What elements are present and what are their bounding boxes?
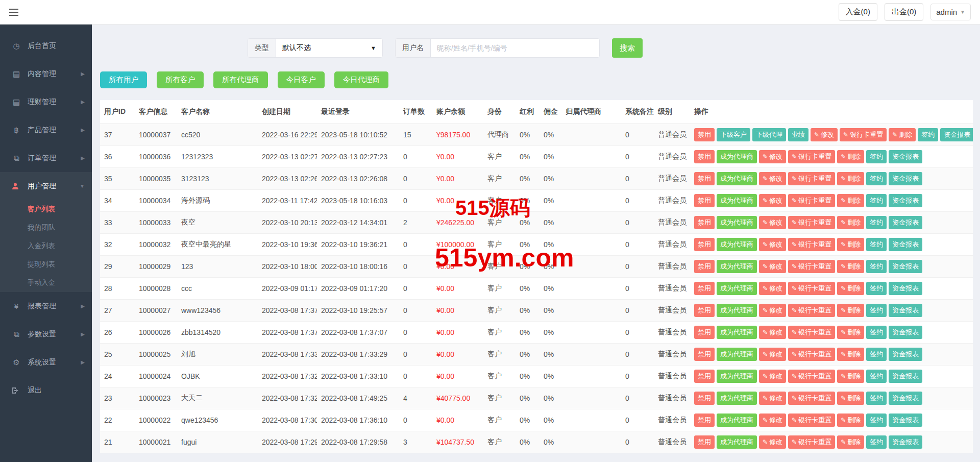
disable-button[interactable]: 禁用 xyxy=(694,128,715,141)
disable-button[interactable]: 禁用 xyxy=(694,260,715,273)
sign-button[interactable]: 签约 xyxy=(866,348,887,361)
funds-report-button[interactable]: 资金报表 xyxy=(889,326,922,339)
edit-button[interactable]: ✎修改 xyxy=(759,348,786,361)
bankcard-reset-button[interactable]: ✎银行卡重置 xyxy=(788,392,835,405)
bankcard-reset-button[interactable]: ✎银行卡重置 xyxy=(788,414,835,427)
disable-button[interactable]: 禁用 xyxy=(694,194,715,207)
delete-button[interactable]: ✎删除 xyxy=(837,435,864,449)
bankcard-reset-button[interactable]: ✎银行卡重置 xyxy=(788,150,835,163)
bankcard-reset-button[interactable]: ✎银行卡重置 xyxy=(788,282,835,295)
quick-filter-button-4[interactable]: 今日代理商 xyxy=(334,71,389,88)
bankcard-reset-button[interactable]: ✎银行卡重置 xyxy=(788,216,835,229)
edit-button[interactable]: ✎修改 xyxy=(759,172,786,185)
bankcard-reset-button[interactable]: ✎银行卡重置 xyxy=(788,370,835,383)
funds-report-button[interactable]: 资金报表 xyxy=(889,282,922,295)
delete-button[interactable]: ✎删除 xyxy=(837,194,864,207)
become-agent-button[interactable]: 成为代理商 xyxy=(717,260,757,273)
disable-button[interactable]: 禁用 xyxy=(694,348,715,361)
sidebar-item-withdraw-list[interactable]: 提现列表 xyxy=(0,255,92,274)
bankcard-reset-button[interactable]: ✎银行卡重置 xyxy=(788,348,835,361)
sidebar-item-content[interactable]: ▤ 内容管理 ▶ xyxy=(0,60,92,88)
delete-button[interactable]: ✎删除 xyxy=(889,128,916,141)
username-input[interactable] xyxy=(431,39,599,57)
become-agent-button[interactable]: 成为代理商 xyxy=(717,282,757,295)
become-agent-button[interactable]: 成为代理商 xyxy=(717,348,757,361)
sidebar-item-system-settings[interactable]: ⚙ 系统设置 ▶ xyxy=(0,348,92,376)
sign-button[interactable]: 签约 xyxy=(866,370,887,383)
quick-filter-button-2[interactable]: 所有代理商 xyxy=(213,71,268,88)
sidebar-item-products[interactable]: ฿ 产品管理 ▶ xyxy=(0,116,92,144)
bankcard-reset-button[interactable]: ✎银行卡重置 xyxy=(788,172,835,185)
quick-filter-button-3[interactable]: 今日客户 xyxy=(278,71,325,88)
type-select[interactable]: 默认不选 ▼ xyxy=(276,39,382,57)
admin-dropdown[interactable]: admin ▼ xyxy=(930,4,971,20)
hamburger-menu-icon[interactable] xyxy=(9,6,22,19)
sign-button[interactable]: 签约 xyxy=(866,326,887,339)
edit-button[interactable]: ✎修改 xyxy=(759,392,786,405)
delete-button[interactable]: ✎删除 xyxy=(837,414,864,427)
become-agent-button[interactable]: 成为代理商 xyxy=(717,194,757,207)
disable-button[interactable]: 禁用 xyxy=(694,150,715,163)
disable-button[interactable]: 禁用 xyxy=(694,238,715,251)
funds-report-button[interactable]: 资金报表 xyxy=(889,260,922,273)
edit-button[interactable]: ✎修改 xyxy=(811,128,838,141)
delete-button[interactable]: ✎删除 xyxy=(837,392,864,405)
edit-button[interactable]: ✎修改 xyxy=(759,216,786,229)
sign-button[interactable]: 签约 xyxy=(866,238,887,251)
become-agent-button[interactable]: 成为代理商 xyxy=(717,435,757,449)
delete-button[interactable]: ✎删除 xyxy=(837,216,864,229)
bankcard-reset-button[interactable]: ✎银行卡重置 xyxy=(788,260,835,273)
sign-button[interactable]: 签约 xyxy=(866,304,887,317)
sidebar-item-parameters[interactable]: ⧉ 参数设置 ▶ xyxy=(0,320,92,348)
become-agent-button[interactable]: 成为代理商 xyxy=(717,216,757,229)
funds-report-button[interactable]: 资金报表 xyxy=(889,392,922,405)
funds-report-button[interactable]: 资金报表 xyxy=(889,435,922,449)
quick-filter-button-1[interactable]: 所有客户 xyxy=(157,71,204,88)
sign-button[interactable]: 签约 xyxy=(866,172,887,185)
become-agent-button[interactable]: 成为代理商 xyxy=(717,172,757,185)
sign-button[interactable]: 签约 xyxy=(866,150,887,163)
sign-button[interactable]: 签约 xyxy=(866,194,887,207)
funds-report-button[interactable]: 资金报表 xyxy=(889,348,922,361)
bankcard-reset-button[interactable]: ✎银行卡重置 xyxy=(788,238,835,251)
sign-button[interactable]: 签约 xyxy=(866,260,887,273)
become-agent-button[interactable]: 成为代理商 xyxy=(717,238,757,251)
become-agent-button[interactable]: 成为代理商 xyxy=(717,414,757,427)
sidebar-item-deposit-list[interactable]: 入金列表 xyxy=(0,237,92,255)
bankcard-reset-button[interactable]: ✎银行卡重置 xyxy=(788,435,835,449)
sidebar-item-dashboard[interactable]: ◷ 后台首页 xyxy=(0,32,92,60)
become-agent-button[interactable]: 成为代理商 xyxy=(717,326,757,339)
disable-button[interactable]: 禁用 xyxy=(694,326,715,339)
bankcard-reset-button[interactable]: ✎银行卡重置 xyxy=(788,326,835,339)
withdraw-button[interactable]: 出金(0) xyxy=(885,3,923,21)
sign-button[interactable]: 签约 xyxy=(918,128,938,141)
delete-button[interactable]: ✎删除 xyxy=(837,348,864,361)
become-agent-button[interactable]: 成为代理商 xyxy=(717,304,757,317)
delete-button[interactable]: ✎删除 xyxy=(837,238,864,251)
disable-button[interactable]: 禁用 xyxy=(694,392,715,405)
sign-button[interactable]: 签约 xyxy=(866,282,887,295)
funds-report-button[interactable]: 资金报表 xyxy=(889,414,922,427)
disable-button[interactable]: 禁用 xyxy=(694,282,715,295)
delete-button[interactable]: ✎删除 xyxy=(837,260,864,273)
sidebar-item-wealth[interactable]: ▤ 理财管理 ▶ xyxy=(0,88,92,116)
sign-button[interactable]: 签约 xyxy=(866,392,887,405)
delete-button[interactable]: ✎删除 xyxy=(837,150,864,163)
sign-button[interactable]: 签约 xyxy=(866,414,887,427)
edit-button[interactable]: ✎修改 xyxy=(759,260,786,273)
sidebar-item-logout[interactable]: 退出 xyxy=(0,376,92,404)
bankcard-reset-button[interactable]: ✎银行卡重置 xyxy=(840,128,887,141)
delete-button[interactable]: ✎删除 xyxy=(837,282,864,295)
become-agent-button[interactable]: 成为代理商 xyxy=(717,392,757,405)
funds-report-button[interactable]: 资金报表 xyxy=(889,370,922,383)
disable-button[interactable]: 禁用 xyxy=(694,304,715,317)
deposit-button[interactable]: 入金(0) xyxy=(839,3,877,21)
sign-button[interactable]: 签约 xyxy=(866,216,887,229)
funds-report-button[interactable]: 资金报表 xyxy=(889,216,922,229)
sidebar-item-my-team[interactable]: 我的团队 xyxy=(0,218,92,237)
sub-agents-button[interactable]: 下级代理 xyxy=(752,128,786,141)
sub-clients-button[interactable]: 下级客户 xyxy=(717,128,750,141)
funds-report-button[interactable]: 资金报表 xyxy=(889,194,922,207)
funds-report-button[interactable]: 资金报表 xyxy=(889,172,922,185)
delete-button[interactable]: ✎删除 xyxy=(837,304,864,317)
